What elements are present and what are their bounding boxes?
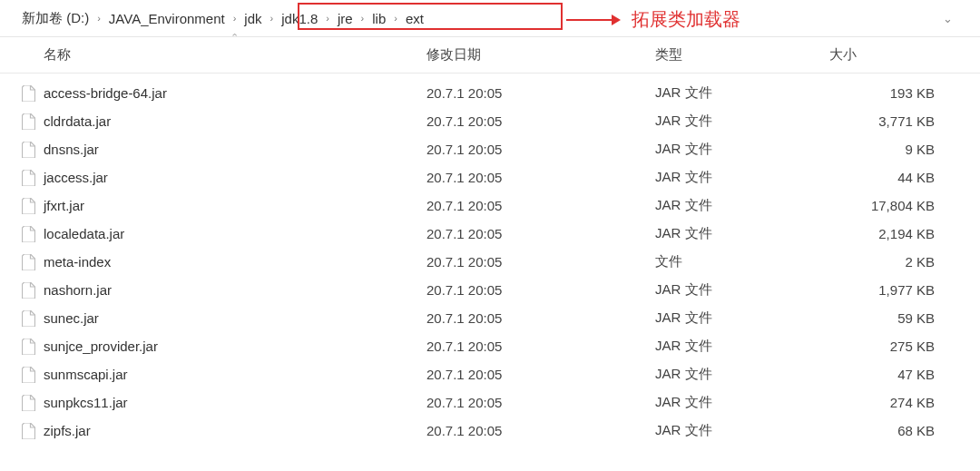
file-icon	[22, 85, 42, 102]
file-icon	[22, 367, 42, 383]
file-type: JAR 文件	[655, 141, 829, 158]
file-icon	[22, 226, 42, 242]
file-name: sunjce_provider.jar	[44, 339, 158, 354]
arrow-right-icon	[612, 15, 621, 25]
file-type: 文件	[655, 253, 829, 270]
file-icon	[22, 282, 42, 299]
column-header-name[interactable]: 名称	[44, 46, 426, 64]
file-size: 275 KB	[829, 339, 947, 354]
file-name: meta-index	[44, 254, 111, 270]
file-date: 20.7.1 20:05	[426, 226, 655, 241]
column-header-date[interactable]: 修改日期	[426, 46, 655, 64]
chevron-right-icon: ›	[323, 13, 332, 24]
file-row[interactable]: cldrdata.jar20.7.1 20:05JAR 文件3,771 KB	[0, 107, 980, 135]
file-size: 59 KB	[829, 310, 947, 326]
file-type: JAR 文件	[655, 366, 829, 383]
file-date: 20.7.1 20:05	[426, 310, 655, 326]
file-row[interactable]: jaccess.jar20.7.1 20:05JAR 文件44 KB	[0, 163, 980, 191]
file-size: 2 KB	[829, 254, 947, 270]
file-row[interactable]: dnsns.jar20.7.1 20:05JAR 文件9 KB	[0, 135, 980, 163]
file-type: JAR 文件	[655, 84, 829, 102]
file-name: access-bridge-64.jar	[44, 85, 167, 101]
sort-indicator-icon: ⌃	[230, 32, 239, 44]
column-header-size[interactable]: 大小	[829, 46, 947, 64]
chevron-right-icon: ›	[358, 13, 368, 24]
file-type: JAR 文件	[655, 225, 829, 242]
file-name: localedata.jar	[44, 226, 124, 241]
file-date: 20.7.1 20:05	[426, 170, 655, 185]
file-icon	[22, 339, 42, 355]
file-type: JAR 文件	[655, 394, 829, 411]
column-header-type[interactable]: 类型	[655, 46, 829, 64]
file-row[interactable]: meta-index20.7.1 20:05文件2 KB	[0, 248, 980, 276]
file-date: 20.7.1 20:05	[426, 254, 655, 270]
file-size: 1,977 KB	[829, 282, 947, 298]
breadcrumb-segment[interactable]: lib	[368, 9, 389, 28]
file-date: 20.7.1 20:05	[426, 423, 655, 438]
breadcrumb-segment[interactable]: JAVA_Environment	[105, 9, 229, 28]
file-size: 193 KB	[829, 85, 947, 101]
file-type: JAR 文件	[655, 281, 829, 299]
file-date: 20.7.1 20:05	[426, 142, 655, 157]
annotation-label: 拓展类加载器	[632, 7, 740, 32]
file-type: JAR 文件	[655, 169, 829, 186]
file-name: jaccess.jar	[44, 170, 108, 185]
chevron-right-icon: ›	[268, 13, 277, 24]
file-size: 9 KB	[829, 142, 947, 157]
file-name: sunec.jar	[44, 310, 99, 326]
file-date: 20.7.1 20:05	[426, 85, 655, 101]
annotation-arrow: 拓展类加载器	[566, 7, 740, 32]
file-name: jfxrt.jar	[44, 198, 84, 213]
chevron-right-icon: ›	[391, 13, 400, 24]
file-list: access-bridge-64.jar20.7.1 20:05JAR 文件19…	[0, 74, 980, 445]
file-date: 20.7.1 20:05	[426, 198, 655, 213]
file-type: JAR 文件	[655, 197, 829, 214]
breadcrumb-segment[interactable]: ext	[402, 9, 427, 28]
file-row[interactable]: nashorn.jar20.7.1 20:05JAR 文件1,977 KB	[0, 276, 980, 304]
file-icon	[22, 170, 42, 186]
file-size: 17,804 KB	[829, 198, 947, 213]
file-date: 20.7.1 20:05	[426, 113, 655, 129]
breadcrumb-segment[interactable]: jdk1.8	[278, 9, 321, 28]
file-type: JAR 文件	[655, 113, 829, 130]
file-name: zipfs.jar	[44, 423, 91, 438]
chevron-right-icon: ›	[230, 13, 240, 24]
breadcrumb-segment[interactable]: 新加卷 (D:)	[18, 8, 93, 29]
file-icon	[22, 142, 42, 158]
breadcrumb: 新加卷 (D:) › JAVA_Environment › jdk › jdk1…	[18, 8, 939, 29]
file-name: sunmscapi.jar	[44, 367, 128, 382]
file-date: 20.7.1 20:05	[426, 367, 655, 382]
file-type: JAR 文件	[655, 338, 829, 355]
file-icon	[22, 254, 42, 270]
file-date: 20.7.1 20:05	[426, 282, 655, 298]
file-row[interactable]: localedata.jar20.7.1 20:05JAR 文件2,194 KB	[0, 220, 980, 248]
breadcrumb-segment[interactable]: jre	[334, 9, 357, 28]
file-row[interactable]: sunmscapi.jar20.7.1 20:05JAR 文件47 KB	[0, 360, 980, 388]
file-row[interactable]: sunjce_provider.jar20.7.1 20:05JAR 文件275…	[0, 332, 980, 360]
file-size: 274 KB	[829, 395, 947, 410]
breadcrumb-segment[interactable]: jdk	[240, 9, 265, 28]
file-name: dnsns.jar	[44, 142, 99, 157]
file-size: 3,771 KB	[829, 113, 947, 129]
file-name: nashorn.jar	[44, 282, 112, 298]
file-name: cldrdata.jar	[44, 113, 111, 129]
file-icon	[22, 423, 42, 439]
file-type: JAR 文件	[655, 422, 829, 439]
column-headers: ⌃ 名称 修改日期 类型 大小	[0, 37, 980, 74]
file-name: sunpkcs11.jar	[44, 395, 128, 410]
chevron-down-icon[interactable]: ⌄	[939, 12, 965, 25]
file-row[interactable]: sunec.jar20.7.1 20:05JAR 文件59 KB	[0, 304, 980, 332]
file-row[interactable]: zipfs.jar20.7.1 20:05JAR 文件68 KB	[0, 417, 980, 445]
file-type: JAR 文件	[655, 309, 829, 327]
file-row[interactable]: access-bridge-64.jar20.7.1 20:05JAR 文件19…	[0, 79, 980, 107]
address-bar[interactable]: 新加卷 (D:) › JAVA_Environment › jdk › jdk1…	[0, 0, 980, 34]
file-row[interactable]: jfxrt.jar20.7.1 20:05JAR 文件17,804 KB	[0, 191, 980, 220]
file-size: 44 KB	[829, 170, 947, 185]
file-date: 20.7.1 20:05	[426, 395, 655, 410]
file-size: 2,194 KB	[829, 226, 947, 241]
file-icon	[22, 395, 42, 411]
file-size: 68 KB	[829, 423, 947, 438]
file-icon	[22, 113, 42, 130]
file-icon	[22, 198, 42, 214]
file-row[interactable]: sunpkcs11.jar20.7.1 20:05JAR 文件274 KB	[0, 388, 980, 417]
